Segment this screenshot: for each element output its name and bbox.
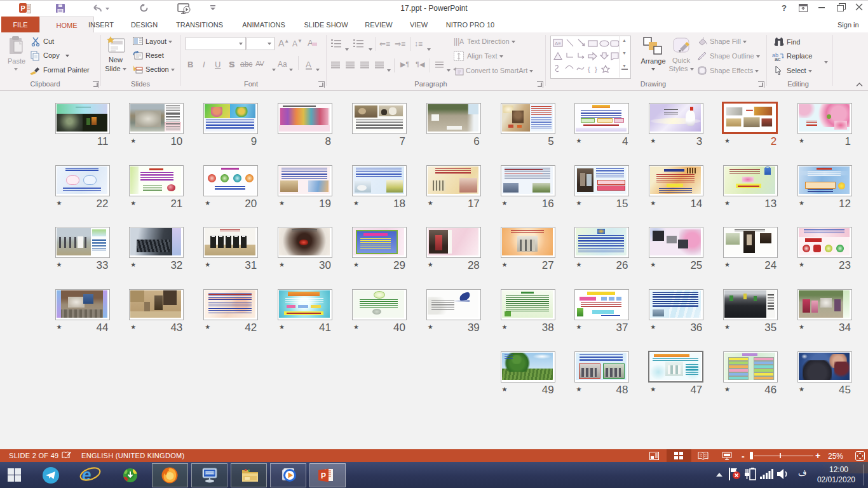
svg-text:P: P xyxy=(321,471,326,480)
